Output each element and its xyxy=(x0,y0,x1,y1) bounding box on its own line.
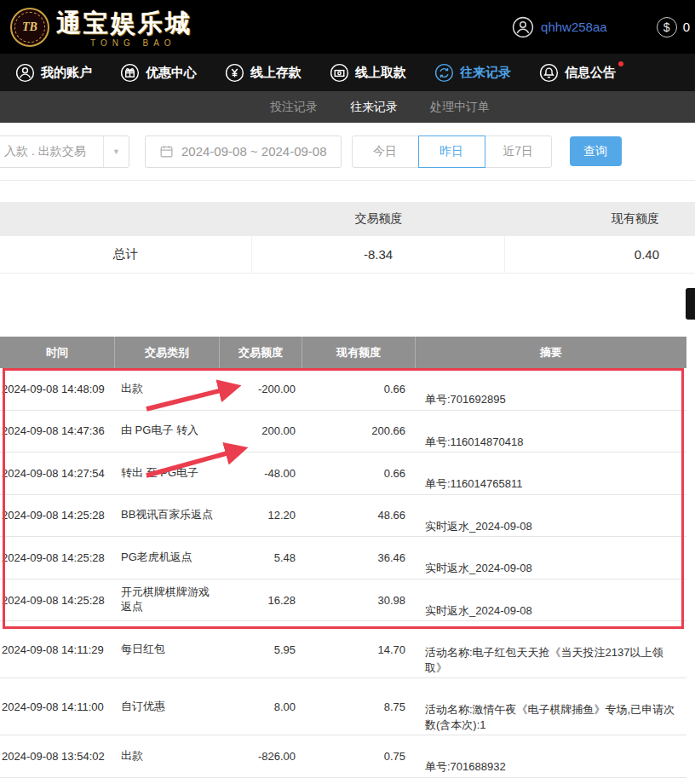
nav-item-withdraw[interactable]: 线上取款 xyxy=(330,63,406,83)
cell-summary: 活动名称:激情午夜《电子棋牌捕鱼》专场,已申请次数(含本次):1 xyxy=(416,700,686,735)
cell-balance: 48.66 xyxy=(302,509,416,522)
transactions-body: 2024-09-08 14:48:09 出款 -200.00 0.66 单号:7… xyxy=(0,368,686,784)
cell-summary: 单号:701692895 xyxy=(416,389,686,410)
header-amount: 交易额度 xyxy=(220,337,302,368)
header-time: 时间 xyxy=(0,337,115,368)
summary-table: 交易额度 现有额度 总计 -8.34 0.40 xyxy=(0,202,695,274)
date-range-picker[interactable]: 2024-09-08 ~ 2024-09-08 xyxy=(145,135,342,168)
cell-type: 转出 至 PG电子 xyxy=(115,464,220,483)
cell-balance: 36.46 xyxy=(302,551,416,564)
cell-balance: 200.66 xyxy=(302,424,416,437)
cell-time: 2024-09-08 14:47:36 xyxy=(0,424,115,437)
yesterday-button[interactable]: 昨日 xyxy=(418,135,485,168)
nav-item-my-account[interactable]: 我的账户 xyxy=(15,63,92,83)
cell-amount: 5.95 xyxy=(220,643,302,656)
filter-bar: 入款 . 出款交易 ▼ 2024-09-08 ~ 2024-09-08 今日 昨… xyxy=(0,123,695,181)
records-icon xyxy=(434,63,454,83)
cell-summary: 单号:701688932 xyxy=(416,757,686,777)
logo-text: 通宝娱乐城 TONG BAO xyxy=(56,7,192,48)
wallet[interactable]: $ 0 xyxy=(657,17,690,37)
select-value: 入款 . 出款交易 xyxy=(4,144,86,159)
cell-amount: 16.28 xyxy=(220,594,302,607)
quick-date-group: 今日 昨日 近7日 xyxy=(352,135,552,168)
nav-label: 线上取款 xyxy=(355,65,406,81)
bell-icon xyxy=(539,63,559,83)
select-caret-wrap: ▼ xyxy=(103,136,129,167)
cell-type: 开元棋牌棋牌游戏返点 xyxy=(115,583,220,617)
account-icon xyxy=(15,63,35,83)
cell-amount: 8.00 xyxy=(220,700,302,713)
nav-item-transactions[interactable]: 往来记录 xyxy=(434,63,511,83)
cell-summary: 活动名称:电子红包天天抢《当天投注2137以上领取》 xyxy=(416,643,686,677)
cell-type: 出款 xyxy=(115,379,220,399)
main-nav: 我的账户 优惠中心 线上存款 线上取款 xyxy=(0,54,695,91)
table-row: 2024-09-08 14:47:36 由 PG电子 转入 200.00 200… xyxy=(0,411,686,453)
cell-amount: -48.00 xyxy=(220,467,302,480)
header-balance: 现有额度 xyxy=(302,337,416,368)
top-header: TB 通宝娱乐城 TONG BAO qhhw258aa $ 0 xyxy=(0,0,695,54)
nav-label: 优惠中心 xyxy=(146,65,197,81)
cell-time: 2024-09-08 14:27:54 xyxy=(0,467,115,480)
cell-time: 2024-09-08 14:25:28 xyxy=(0,509,115,522)
table-row: 2024-09-08 14:25:28 开元棋牌棋牌游戏返点 16.28 30.… xyxy=(0,579,686,622)
tab-transaction-records[interactable]: 往来记录 xyxy=(350,100,398,115)
cell-time: 2024-09-08 13:54:02 xyxy=(0,750,115,763)
user-area: qhhw258aa $ 0 xyxy=(512,16,690,38)
cell-type: 自订优惠 xyxy=(115,697,220,717)
today-button[interactable]: 今日 xyxy=(352,135,419,168)
floating-side-widget[interactable] xyxy=(686,288,695,320)
site-logo[interactable]: TB 通宝娱乐城 TONG BAO xyxy=(10,7,192,48)
cell-summary: 实时返水_2024-09-08 xyxy=(416,516,686,537)
table-row: 2024-09-08 13:54:02 出款 -826.00 0.75 单号:7… xyxy=(0,735,686,778)
cell-amount: -826.00 xyxy=(220,750,302,763)
nav-item-promotions[interactable]: 优惠中心 xyxy=(120,63,197,83)
last-7-days-button[interactable]: 近7日 xyxy=(485,135,552,168)
cell-balance: 0.66 xyxy=(302,383,416,395)
summary-total-label: 总计 xyxy=(0,236,252,273)
cell-summary: 实时返水_2024-09-08 xyxy=(416,601,686,621)
summary-header-amount: 交易额度 xyxy=(252,211,505,227)
logo-tb-text: TB xyxy=(22,20,37,34)
date-range-value: 2024-09-08 ~ 2024-09-08 xyxy=(181,144,327,159)
cell-summary: 单号:116014765811 xyxy=(416,474,686,494)
transaction-type-select[interactable]: 入款 . 出款交易 ▼ xyxy=(0,135,129,168)
summary-total-balance: 0.40 xyxy=(505,236,695,273)
nav-item-announcements[interactable]: 信息公告 xyxy=(539,63,616,83)
cell-amount: 5.48 xyxy=(220,551,302,564)
logo-title: 通宝娱乐城 xyxy=(56,7,192,41)
transactions-table: 时间 交易类别 交易额度 现有额度 摘要 2024-09-08 14:48:09… xyxy=(0,337,686,784)
tab-betting-records[interactable]: 投注记录 xyxy=(270,100,318,115)
cell-type: BB视讯百家乐返点 xyxy=(115,505,220,525)
cell-balance: 0.75 xyxy=(302,750,416,763)
cell-balance: 30.98 xyxy=(302,594,416,607)
table-row: 2024-09-08 13:53:33 由开元 棋牌转入 826.00 826.… xyxy=(0,778,686,784)
cell-summary: 单号:116014870418 xyxy=(416,432,686,453)
sub-nav: 投注记录 往来记录 处理中订单 xyxy=(0,91,695,123)
summary-total-amount: -8.34 xyxy=(252,236,505,273)
cell-summary: 实时返水_2024-09-08 xyxy=(416,558,686,579)
table-header-row: 时间 交易类别 交易额度 现有额度 摘要 xyxy=(0,337,686,368)
notification-dot xyxy=(618,61,623,66)
nav-label: 往来记录 xyxy=(460,65,511,81)
cell-time: 2024-09-08 14:25:28 xyxy=(0,594,115,607)
search-button[interactable]: 查询 xyxy=(570,136,622,166)
user-avatar-icon xyxy=(512,16,534,38)
cell-time: 2024-09-08 14:25:28 xyxy=(0,551,115,564)
cell-balance: 0.66 xyxy=(302,467,416,480)
cell-time: 2024-09-08 14:48:09 xyxy=(0,383,115,395)
table-row: 2024-09-08 14:25:28 BB视讯百家乐返点 12.20 48.6… xyxy=(0,495,686,538)
cell-type: PG老虎机返点 xyxy=(115,548,220,568)
chevron-down-icon: ▼ xyxy=(112,147,120,156)
cell-type: 出款 xyxy=(115,747,220,766)
nav-label: 我的账户 xyxy=(41,65,92,81)
username[interactable]: qhhw258aa xyxy=(541,20,607,34)
summary-header-row: 交易额度 现有额度 xyxy=(0,202,695,236)
dollar-icon: $ xyxy=(657,17,677,37)
summary-total-row: 总计 -8.34 0.40 xyxy=(0,236,695,274)
nav-item-deposit[interactable]: 线上存款 xyxy=(225,63,302,83)
cell-time: 2024-09-08 14:11:29 xyxy=(0,643,115,656)
table-row: 2024-09-08 14:25:28 PG老虎机返点 5.48 36.46 实… xyxy=(0,537,686,579)
nav-label: 信息公告 xyxy=(565,65,616,81)
tab-processing-orders[interactable]: 处理中订单 xyxy=(430,100,490,115)
table-row: 2024-09-08 14:27:54 转出 至 PG电子 -48.00 0.6… xyxy=(0,453,686,495)
